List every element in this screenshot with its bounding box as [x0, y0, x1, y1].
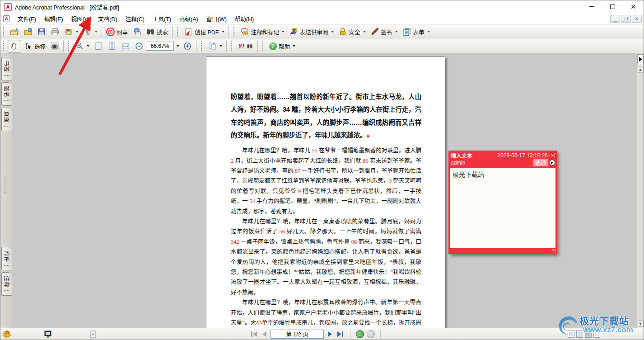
tab-pages[interactable]: 页面 [1, 108, 12, 131]
zoom-level-dropdown[interactable] [174, 42, 181, 51]
security-status-button[interactable] [0, 329, 14, 339]
create-pdf-button[interactable]: 创建 PDF [182, 25, 226, 38]
title-bar: A Adobe Acrobat Professional - [盼望着.pdf]… [0, 0, 644, 13]
doc-close-button[interactable]: ✕ [632, 15, 642, 23]
comment-markup-button[interactable]: 注释和标记 [238, 25, 287, 38]
tab-signatures[interactable]: 签名 [1, 82, 12, 106]
hand-tool-button[interactable] [8, 40, 21, 52]
tabstrip-grip[interactable] [5, 176, 5, 194]
inserted-red-text: 342 [231, 239, 239, 245]
binoculars-small-icon [246, 42, 253, 50]
close-button[interactable]: × [623, 0, 644, 13]
note-options-arrow-icon[interactable] [549, 160, 555, 165]
toolbar-grip[interactable] [68, 41, 70, 51]
zoom-tool-button[interactable] [73, 40, 92, 52]
tab-comments[interactable]: 注释 [1, 272, 12, 296]
note-author: admin [451, 160, 466, 166]
continuous-facing-layout-button[interactable] [585, 331, 592, 338]
search-button[interactable]: 搜索 [144, 25, 170, 38]
menu-file[interactable]: 文件(F) [14, 13, 40, 24]
minimize-icon [589, 6, 594, 7]
tab-grip [4, 100, 9, 101]
note-options-button[interactable]: 选项 [533, 159, 548, 166]
email-button[interactable] [130, 25, 144, 38]
send-review-button[interactable]: 发送供审阅 [287, 25, 336, 38]
next-page-button[interactable] [327, 331, 333, 338]
toolbar-grip[interactable] [262, 41, 265, 51]
tab-grip [4, 290, 9, 291]
facing-layout-button[interactable] [593, 331, 600, 338]
yahoo-search-button[interactable]: Y! [236, 41, 256, 52]
print-button[interactable] [48, 25, 62, 38]
forms-button[interactable]: 表单 [400, 25, 432, 38]
send-review-icon [289, 27, 298, 36]
toolbar-separator [63, 40, 64, 52]
toolbar-grip[interactable] [177, 27, 179, 37]
note-header[interactable]: 插入文本 2023-05-17 13:10:26 ✕ admin 选项 [448, 151, 557, 168]
open-button[interactable] [8, 25, 21, 38]
note-body[interactable]: 极光下载站 [448, 168, 557, 248]
tab-bookmarks[interactable]: 书签 [1, 57, 12, 80]
single-page-layout-button[interactable] [568, 331, 574, 338]
toolbar-separator [226, 40, 227, 52]
last-page-button[interactable] [336, 331, 345, 338]
fit-width-button[interactable] [119, 40, 132, 52]
previous-view-button[interactable]: ← [356, 330, 364, 338]
toolbar-grip[interactable] [3, 27, 5, 37]
menu-advanced[interactable]: 高级(A) [175, 13, 202, 24]
zoom-in-button[interactable] [181, 40, 194, 52]
note-close-icon[interactable]: ✕ [550, 153, 555, 158]
scrollbar-track[interactable] [638, 73, 644, 320]
page-number-input[interactable]: 第 1/2 页 [271, 330, 324, 339]
menu-window[interactable]: 窗口(W) [202, 13, 231, 24]
panel-expand-button[interactable] [637, 54, 644, 64]
stamp-button[interactable]: 印图章 [104, 26, 130, 38]
screen-mode-button[interactable] [41, 329, 55, 339]
open-web-button[interactable] [21, 25, 35, 38]
save-button[interactable] [35, 25, 48, 38]
first-page-button[interactable] [250, 331, 258, 338]
menu-document[interactable]: 文档(D) [94, 13, 121, 24]
tab-attachments[interactable]: 附件 [1, 247, 12, 270]
toolbar-grip[interactable] [201, 41, 203, 51]
toolbar-separator [102, 26, 102, 38]
toolbar-grip[interactable] [233, 27, 236, 37]
sign-button[interactable]: 签名 [368, 25, 400, 38]
maximize-button[interactable] [602, 0, 623, 13]
note-resize-handle[interactable] [552, 249, 556, 253]
organizer-button[interactable] [62, 25, 81, 38]
minimize-button[interactable] [581, 0, 602, 13]
fit-page-button[interactable] [92, 40, 105, 52]
snapshot-button[interactable] [48, 40, 61, 52]
menu-edit[interactable]: 编辑(E) [40, 13, 67, 24]
next-view-button[interactable]: → [367, 330, 375, 338]
organizer-icon [64, 27, 73, 36]
fit-height-button[interactable] [105, 40, 119, 52]
zoom-level-input[interactable]: 66.67% [146, 42, 174, 51]
scroll-down-button[interactable]: ▼ [638, 320, 644, 327]
maximize-icon [610, 5, 615, 9]
doc-minimize-button[interactable]: ▁ [610, 15, 620, 23]
page-size-button[interactable] [86, 329, 100, 339]
menu-view[interactable]: 视图(V) [67, 13, 94, 24]
sticky-note-popup[interactable]: 插入文本 2023-05-17 13:10:26 ✕ admin 选项 极光下载… [448, 151, 557, 254]
open-folder-icon [10, 27, 19, 36]
security-button[interactable]: 安全 [336, 25, 368, 38]
toolbar-grip[interactable] [3, 41, 5, 51]
select-tool-button[interactable]: 选择 [21, 40, 48, 52]
menu-tools[interactable]: 工具(T) [149, 13, 175, 24]
inserted-red-text: 54 [249, 198, 255, 204]
page-display-button[interactable] [205, 40, 224, 52]
zoom-out-button[interactable] [132, 40, 146, 52]
previous-page-button[interactable] [261, 331, 268, 338]
menu-comments[interactable]: 注释(C) [121, 13, 149, 24]
print-icon [51, 27, 60, 36]
help-button[interactable]: ?帮助 [267, 40, 298, 52]
scroll-up-button[interactable]: ▲ [638, 66, 644, 73]
continuous-layout-button[interactable] [576, 331, 583, 338]
menu-help[interactable]: 帮助(H) [231, 13, 258, 24]
doc-restore-button[interactable]: ❐ [621, 15, 631, 23]
toolbar-grip[interactable] [231, 41, 233, 51]
attach-button[interactable] [81, 25, 100, 38]
pdf-page[interactable]: 盼望着，盼望着……翘首以盼的新年近了。街市上车水马龙，人山人海，好不热闹。34 … [206, 57, 445, 328]
